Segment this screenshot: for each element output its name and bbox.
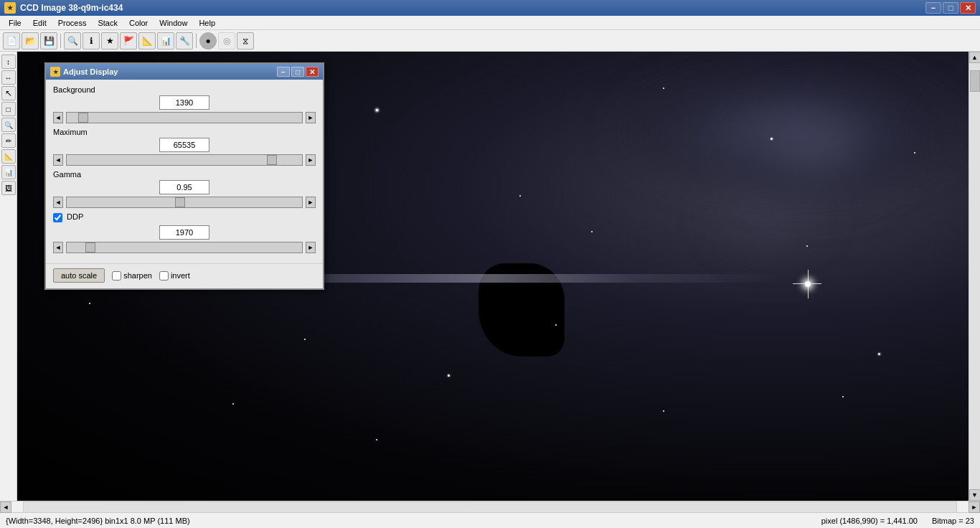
star-17 xyxy=(914,152,915,154)
menu-stack[interactable]: Stack xyxy=(92,17,123,29)
bright-star-spike-v xyxy=(808,270,809,298)
star-14 xyxy=(555,324,557,326)
star-5 xyxy=(663,88,664,89)
gamma-slider-row: ◄ ► xyxy=(53,197,316,208)
ddp-slider-left[interactable]: ◄ xyxy=(53,242,63,253)
dialog-maximize[interactable]: □ xyxy=(291,67,304,77)
dialog-close[interactable]: ✕ xyxy=(306,67,319,77)
star-6 xyxy=(771,138,773,140)
invert-label-row[interactable]: invert xyxy=(159,271,190,280)
background-label: Background xyxy=(53,85,316,94)
toolbar-tool3[interactable]: ◎ xyxy=(218,32,235,50)
tool-magnify[interactable]: 🔍 xyxy=(1,118,16,132)
toolbar-save[interactable]: 💾 xyxy=(40,32,57,50)
maximum-section: Maximum ◄ ► xyxy=(53,128,316,166)
toolbar-chart[interactable]: 📊 xyxy=(157,32,174,50)
window-title: CCD Image 38-q9m-ic434 xyxy=(20,3,123,13)
minimize-button[interactable]: − xyxy=(925,2,941,14)
menu-window[interactable]: Window xyxy=(154,17,193,29)
ddp-input[interactable] xyxy=(159,225,209,240)
statusbar-bitmap-info: Bitmap = 23 xyxy=(932,517,974,525)
main-area: ↕ ↔ ↖ □ 🔍 ✏ 📐 📊 🖼 xyxy=(0,52,980,501)
background-slider-row: ◄ ► xyxy=(53,112,316,123)
titlebar-buttons: − □ ✕ xyxy=(925,2,976,14)
menu-file[interactable]: File xyxy=(3,17,27,29)
menu-edit[interactable]: Edit xyxy=(27,17,52,29)
scroll-left-button[interactable]: ◄ xyxy=(0,501,11,513)
star-19 xyxy=(376,439,377,440)
star-11 xyxy=(663,410,664,412)
toolbar-flag[interactable]: 🚩 xyxy=(120,32,137,50)
scroll-up-button[interactable]: ▲ xyxy=(969,52,981,63)
ddp-slider-track[interactable] xyxy=(66,242,303,253)
toolbar-info[interactable]: ℹ xyxy=(83,32,100,50)
sidebar: ↕ ↔ ↖ □ 🔍 ✏ 📐 📊 🖼 xyxy=(0,52,17,501)
dialog-minimize[interactable]: − xyxy=(277,67,290,77)
tool-arrow-v[interactable]: ↕ xyxy=(1,55,16,69)
star-4 xyxy=(519,195,521,197)
toolbar-bookmark[interactable]: ★ xyxy=(101,32,118,50)
maximum-slider-thumb[interactable] xyxy=(267,155,277,165)
dialog-footer: auto scale sharpen invert xyxy=(46,263,323,288)
ddp-slider-thumb[interactable] xyxy=(85,242,95,253)
star-16 xyxy=(878,353,880,355)
close-button[interactable]: ✕ xyxy=(960,2,976,14)
toolbar-circle[interactable]: ● xyxy=(199,32,217,50)
ddp-checkbox[interactable] xyxy=(53,213,62,222)
menubar: File Edit Process Stack Color Window Hel… xyxy=(0,16,980,30)
horizontal-scroll-track[interactable] xyxy=(23,501,957,513)
invert-checkbox[interactable] xyxy=(159,271,169,280)
scroll-down-button[interactable]: ▼ xyxy=(969,489,981,501)
titlebar-left: ★ CCD Image 38-q9m-ic434 xyxy=(4,2,123,14)
dialog-titlebar[interactable]: ★ Adjust Display − □ ✕ xyxy=(46,64,323,80)
star-10 xyxy=(448,374,450,377)
auto-scale-button[interactable]: auto scale xyxy=(53,268,105,283)
background-slider-track[interactable] xyxy=(66,112,303,123)
tool-measure[interactable]: 📐 xyxy=(1,149,16,164)
gamma-section: Gamma ◄ ► xyxy=(53,170,316,208)
toolbar-zoom[interactable]: 🔍 xyxy=(64,32,81,50)
vertical-scrollbar[interactable]: ▲ ▼ xyxy=(969,52,980,501)
toolbar-new[interactable]: 📄 xyxy=(3,32,20,50)
gamma-slider-left[interactable]: ◄ xyxy=(53,197,63,208)
sharpen-checkbox[interactable] xyxy=(112,271,121,280)
maximize-button[interactable]: □ xyxy=(943,2,958,14)
background-slider-right[interactable]: ► xyxy=(306,112,316,123)
gamma-slider-right[interactable]: ► xyxy=(306,197,316,208)
gamma-slider-thumb[interactable] xyxy=(175,197,185,207)
gamma-slider-track[interactable] xyxy=(66,197,303,208)
tool-image[interactable]: 🖼 xyxy=(1,181,16,195)
menu-process[interactable]: Process xyxy=(52,17,93,29)
toolbar-open[interactable]: 📂 xyxy=(22,32,39,50)
tool-pointer[interactable]: ↖ xyxy=(1,86,16,100)
dialog-title-left: ★ Adjust Display xyxy=(50,67,118,77)
adjust-display-dialog: ★ Adjust Display − □ ✕ Background xyxy=(44,62,324,290)
sharpen-label-row[interactable]: sharpen xyxy=(112,271,152,280)
menu-help[interactable]: Help xyxy=(193,17,221,29)
tool-select[interactable]: □ xyxy=(1,102,16,116)
maximum-slider-left[interactable]: ◄ xyxy=(53,154,63,166)
vertical-scroll-track[interactable] xyxy=(969,63,981,489)
toolbar-tool2[interactable]: 🔧 xyxy=(176,32,193,50)
tool-chart[interactable]: 📊 xyxy=(1,165,16,179)
maximum-slider-right[interactable]: ► xyxy=(306,154,316,166)
background-slider-left[interactable]: ◄ xyxy=(53,112,63,123)
sharpen-label: sharpen xyxy=(123,271,152,280)
vertical-scroll-thumb[interactable] xyxy=(970,70,980,92)
menu-color[interactable]: Color xyxy=(123,17,154,29)
toolbar-tool1[interactable]: 📐 xyxy=(138,32,156,50)
toolbar-filter[interactable]: ⧖ xyxy=(237,32,254,50)
tool-arrow-h[interactable]: ↔ xyxy=(1,70,16,85)
tool-pencil[interactable]: ✏ xyxy=(1,133,16,148)
maximum-slider-track[interactable] xyxy=(66,154,303,166)
dialog-icon: ★ xyxy=(50,67,60,77)
image-canvas[interactable]: ★ Adjust Display − □ ✕ Background xyxy=(17,52,969,501)
gamma-input[interactable] xyxy=(159,180,209,194)
background-input[interactable] xyxy=(159,95,209,110)
maximum-input[interactable] xyxy=(159,138,209,152)
ddp-slider-right[interactable]: ► xyxy=(306,242,316,253)
bright-star-spike-h xyxy=(793,283,821,284)
background-slider-thumb[interactable] xyxy=(78,113,88,123)
horizontal-scrollbar[interactable]: ◄ ► xyxy=(0,501,980,512)
scroll-right-button[interactable]: ► xyxy=(969,501,980,513)
